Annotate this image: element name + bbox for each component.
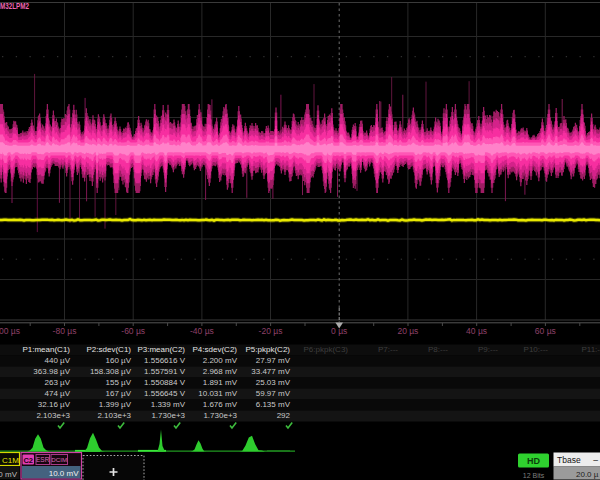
svg-text:1.556616 V: 1.556616 V xyxy=(144,356,186,365)
svg-text:474 µV: 474 µV xyxy=(44,389,70,398)
svg-text:P7:---: P7:--- xyxy=(378,345,398,354)
svg-text:158.308 µV: 158.308 µV xyxy=(90,367,132,376)
svg-text:DCIM: DCIM xyxy=(51,456,67,463)
svg-text:P11:-: P11:- xyxy=(581,345,600,354)
svg-text:1.556645 V: 1.556645 V xyxy=(144,389,186,398)
svg-text:00 µs: 00 µs xyxy=(0,326,20,336)
svg-text:P2:sdev(C1): P2:sdev(C1) xyxy=(87,345,132,354)
svg-text:1.891 mV: 1.891 mV xyxy=(203,378,238,387)
svg-text:155 µV: 155 µV xyxy=(105,378,131,387)
svg-text:292: 292 xyxy=(277,411,291,420)
svg-text:P9:---: P9:--- xyxy=(478,345,498,354)
svg-text:Tbase: Tbase xyxy=(557,455,581,465)
svg-text:6.135 mV: 6.135 mV xyxy=(256,400,291,409)
svg-text:P8:---: P8:--- xyxy=(428,345,448,354)
svg-text:P10:---: P10:--- xyxy=(524,345,549,354)
svg-text:M32LPM2: M32LPM2 xyxy=(0,0,29,11)
svg-text:2.103e+3: 2.103e+3 xyxy=(36,411,70,420)
svg-text:1.676 mV: 1.676 mV xyxy=(203,400,238,409)
svg-text:25.03 mV: 25.03 mV xyxy=(256,378,291,387)
svg-text:60 µs: 60 µs xyxy=(535,326,556,336)
svg-text:1.730e+3: 1.730e+3 xyxy=(151,411,185,420)
svg-text:P3:mean(C2): P3:mean(C2) xyxy=(137,345,185,354)
svg-text:10.031 mV: 10.031 mV xyxy=(198,389,237,398)
svg-text:0 mV: 0 mV xyxy=(0,470,18,479)
svg-text:–: – xyxy=(593,455,598,465)
svg-text:HD: HD xyxy=(527,456,540,466)
svg-text:1.339 mV: 1.339 mV xyxy=(151,400,186,409)
svg-text:C1M: C1M xyxy=(2,456,19,465)
svg-text:20.0 µ: 20.0 µ xyxy=(576,470,599,479)
svg-text:-20 µs: -20 µs xyxy=(259,326,283,336)
svg-text:33.477 mV: 33.477 mV xyxy=(251,367,290,376)
svg-text:-80 µs: -80 µs xyxy=(53,326,77,336)
svg-text:C2: C2 xyxy=(23,456,33,465)
svg-text:2.103e+3: 2.103e+3 xyxy=(97,411,131,420)
svg-text:1.550884 V: 1.550884 V xyxy=(144,378,186,387)
svg-text:-40 µs: -40 µs xyxy=(190,326,214,336)
svg-text:440 µV: 440 µV xyxy=(44,356,70,365)
svg-text:363.98 µV: 363.98 µV xyxy=(33,367,70,376)
svg-text:-60 µs: -60 µs xyxy=(121,326,145,336)
svg-text:12 Bits: 12 Bits xyxy=(523,472,545,479)
svg-text:2.968 mV: 2.968 mV xyxy=(203,367,238,376)
svg-text:263 µV: 263 µV xyxy=(44,378,70,387)
svg-text:1.557591 V: 1.557591 V xyxy=(144,367,186,376)
svg-text:167 µV: 167 µV xyxy=(105,389,131,398)
svg-text:ESR: ESR xyxy=(36,456,50,463)
svg-text:27.97 mV: 27.97 mV xyxy=(256,356,291,365)
svg-text:1.730e+3: 1.730e+3 xyxy=(203,411,237,420)
svg-text:1.399 µV: 1.399 µV xyxy=(99,400,132,409)
svg-text:32.16 µV: 32.16 µV xyxy=(38,400,71,409)
svg-text:160 µV: 160 µV xyxy=(105,356,131,365)
svg-text:2.200 mV: 2.200 mV xyxy=(203,356,238,365)
svg-text:40 µs: 40 µs xyxy=(466,326,487,336)
svg-text:P6:pkpk(C3): P6:pkpk(C3) xyxy=(304,345,349,354)
svg-text:P5:pkpk(C2): P5:pkpk(C2) xyxy=(246,345,291,354)
svg-text:P1:mean(C1): P1:mean(C1) xyxy=(22,345,70,354)
svg-text:20 µs: 20 µs xyxy=(397,326,418,336)
svg-text:59.97 mV: 59.97 mV xyxy=(256,389,291,398)
svg-text:P4:sdev(C2): P4:sdev(C2) xyxy=(193,345,238,354)
svg-text:10.0 mV: 10.0 mV xyxy=(49,469,79,478)
